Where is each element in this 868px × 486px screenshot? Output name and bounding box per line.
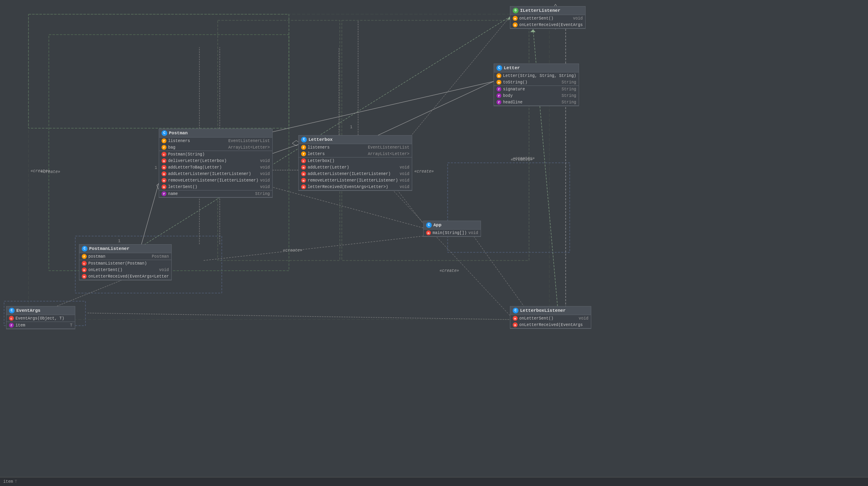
field-type: EventListenerList xyxy=(228,139,270,143)
method-addLetter: m addLetter(Letter) void xyxy=(299,164,412,171)
svg-text:1: 1 xyxy=(155,166,157,170)
method-type: void xyxy=(159,268,169,272)
method-letterReceived: m letterReceived(EventArgs<Letter>) void xyxy=(299,184,412,190)
class-methods-postmanlistener: c PostmanListener(Postman) m onLetterSen… xyxy=(79,260,171,280)
class-icon-eventargs: C xyxy=(9,308,15,313)
field-type: String xyxy=(562,94,576,98)
svg-text:1: 1 xyxy=(350,125,352,129)
method-icon: m xyxy=(82,274,87,279)
field-type: ArrayList<Letter> xyxy=(228,145,270,150)
method-icon: m xyxy=(301,184,306,189)
svg-line-30 xyxy=(383,179,510,315)
field-name: body xyxy=(503,94,560,98)
svg-marker-10 xyxy=(530,29,536,32)
svg-rect-0 xyxy=(28,14,289,128)
field-name: listeners xyxy=(308,145,366,150)
uml-class-postman[interactable]: C Postman f listeners EventListenerList … xyxy=(159,129,273,198)
field-listeners: f listeners EventListenerList xyxy=(159,138,272,144)
field-signature: f signature String xyxy=(494,86,579,92)
method-removeLetterListener: m removeLetterListener(ILetterListener) … xyxy=(159,177,272,184)
method-name: letterReceived(EventArgs<Letter>) xyxy=(308,185,398,189)
method-type: void xyxy=(400,165,409,170)
constructor-letterbox: c Letterbox() xyxy=(299,158,412,164)
method-icon: m xyxy=(513,316,518,321)
field-icon: f xyxy=(496,93,501,98)
uml-class-postmanlistener[interactable]: C PostmanListener f postman Postman c Po… xyxy=(79,244,172,280)
constructor-name: PostmanListener(Postman) xyxy=(88,261,169,266)
class-icon-iletterlistener: G xyxy=(513,8,518,13)
method-addLetterToBag: m addLetterToBag(Letter) void xyxy=(159,164,272,171)
method-toString: m toString() String xyxy=(494,79,579,85)
field-name: letters xyxy=(308,152,366,156)
method-onLetterReceived-lbl: m onLetterReceived(EventArgs xyxy=(510,322,591,328)
method-name: addLetterListener(ILetterListener) xyxy=(168,172,258,176)
method-onLetterReceived-pl: m onLetterReceived(EventArgs<Letter xyxy=(79,273,171,280)
create-label-creates: «creates» xyxy=(511,158,533,162)
field-icon: f xyxy=(162,145,166,150)
field-type: ArrayList<Letter> xyxy=(368,152,409,156)
class-fields-postmanlistener: f postman Postman xyxy=(79,253,171,260)
method-name: onLetterReceived(EventArgs xyxy=(519,23,583,27)
constructor-name: Letter(String, String, String) xyxy=(503,74,576,78)
uml-class-eventargs[interactable]: C EventArgs c EventArgs(Object, T) f ite… xyxy=(6,306,75,329)
class-fields-eventargs: f item T xyxy=(7,322,75,329)
method-type: void xyxy=(260,159,270,163)
method-name: toString() xyxy=(503,80,560,85)
svg-rect-6 xyxy=(448,163,570,252)
field-name: bag xyxy=(168,145,227,150)
constructor-icon: c xyxy=(9,316,14,321)
method-letterSent: m letterSent() void xyxy=(159,184,272,190)
method-name: addLetter(Letter) xyxy=(308,165,398,170)
method-type: void xyxy=(579,316,588,321)
field-type: EventListenerList xyxy=(368,145,409,150)
field-name: headline xyxy=(503,100,560,105)
class-name: PostmanListener xyxy=(89,246,129,251)
method-onLetterSent-pl: m onLetterSent() void xyxy=(79,267,171,273)
uml-class-app[interactable]: C App m main(String[]) void xyxy=(423,221,481,237)
method-icon: m xyxy=(496,80,501,85)
method-deliverLetter: m deliverLetter(Letterbox) void xyxy=(159,158,272,164)
class-name: ILetterListener xyxy=(520,8,560,13)
uml-class-letter[interactable]: C Letter m Letter(String, String, String… xyxy=(494,63,579,106)
field-icon: f xyxy=(82,254,87,259)
field-icon: f xyxy=(496,87,501,92)
constructor-icon: c xyxy=(82,261,87,266)
svg-line-18 xyxy=(203,236,423,261)
svg-text:1: 1 xyxy=(118,239,120,243)
constructor-name: Postman(String) xyxy=(168,152,270,157)
method-name: deliverLetter(Letterbox) xyxy=(168,159,258,163)
field-listeners-lb: f listeners EventListenerList xyxy=(299,144,412,151)
class-icon-letterbox: C xyxy=(301,137,307,142)
class-header-letter: C Letter xyxy=(494,64,579,72)
status-item-text: item xyxy=(3,479,13,484)
class-methods-postman: c Postman(String) m deliverLetter(Letter… xyxy=(159,151,272,190)
uml-class-iletterlistener[interactable]: G ILetterListener m onLetterSent() void … xyxy=(510,6,586,29)
uml-class-letterboxlistener[interactable]: C LetterboxListener m onLetterSent() voi… xyxy=(510,306,591,329)
method-icon: m xyxy=(301,171,306,176)
method-icon: m xyxy=(513,22,518,27)
constructor-postmanlistener: c PostmanListener(Postman) xyxy=(79,260,171,267)
class-fields-letterbox: f listeners EventListenerList f letters … xyxy=(299,144,412,158)
field-icon: f xyxy=(496,100,501,105)
field-type: String xyxy=(562,100,576,105)
class-icon-postman: C xyxy=(162,130,167,136)
class-header-postman: C Postman xyxy=(159,129,272,138)
class-header-iletterlistener: G ILetterListener xyxy=(510,7,585,15)
method-name: onLetterSent() xyxy=(88,268,157,272)
method-icon: m xyxy=(162,178,166,183)
class-name: Letterbox xyxy=(308,137,332,142)
uml-class-letterbox[interactable]: C Letterbox f listeners EventListenerLis… xyxy=(298,135,412,191)
method-name: onLetterReceived(EventArgs xyxy=(519,323,588,327)
method-icon: m xyxy=(162,184,166,189)
class-name: App xyxy=(433,223,442,228)
create-label-1: «create» xyxy=(31,169,50,173)
svg-text:«create»: «create» xyxy=(439,269,459,273)
constructor-postman: c Postman(String) xyxy=(159,151,272,158)
class-methods-letterboxlistener: m onLetterSent() void m onLetterReceived… xyxy=(510,315,591,328)
method-name: onLetterSent() xyxy=(519,316,577,321)
svg-text:«create»: «create» xyxy=(414,169,434,174)
method-type: void xyxy=(400,172,409,176)
method-name: removeLetterListener(ILetterListener) xyxy=(168,178,258,183)
class-fields-postman: f listeners EventListenerList f bag Arra… xyxy=(159,138,272,151)
field-icon: f xyxy=(9,323,14,328)
